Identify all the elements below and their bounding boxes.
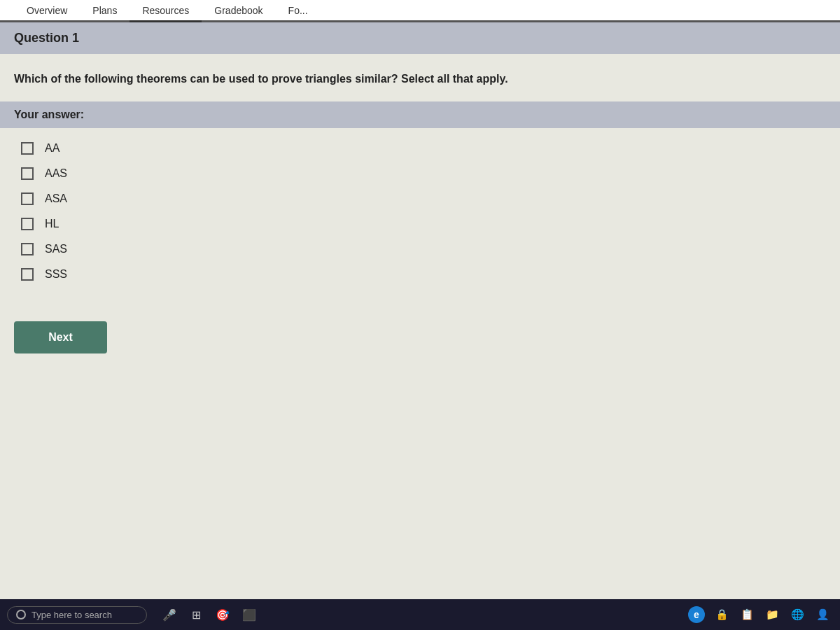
choice-sas-label: SAS [45,243,67,255]
answer-header-label: Your answer: [14,108,84,120]
taskbar-search-label[interactable]: Type here to search [31,610,112,620]
search-circle-icon [16,610,26,620]
choice-asa[interactable]: ASA [21,192,826,205]
taskbar-right-icons: e 🔒 📋 📁 🌐 👤 [686,604,833,625]
app2-icon[interactable]: 📁 [762,604,783,625]
question-title: Question 1 [14,31,79,45]
choice-hl-label: HL [45,218,59,230]
next-button[interactable]: Next [14,321,107,354]
choice-sas[interactable]: SAS [21,243,826,255]
microphone-icon[interactable]: 🎤 [160,605,179,624]
top-navigation: Overview Plans Resources Gradebook Fo... [0,0,840,22]
choice-aa[interactable]: AA [21,142,826,155]
main-content: Question 1 Which of the following theore… [0,22,840,599]
choice-aa-label: AA [45,142,59,155]
nav-gradebook[interactable]: Gradebook [202,1,275,20]
checkbox-asa[interactable] [21,192,34,205]
checkbox-sas[interactable] [21,243,34,255]
question-header: Question 1 [0,22,840,54]
nav-resources[interactable]: Resources [130,1,202,22]
taskbar-center-icons: 🎤 ⊞ 🎯 ⬛ [160,605,259,624]
question-body: Which of the following theorems can be u… [14,73,508,85]
user-icon[interactable]: 👤 [812,604,833,625]
choices-area: AA AAS ASA HL SAS SSS [0,128,840,307]
checkbox-aa[interactable] [21,142,34,155]
taskview-icon[interactable]: ⊞ [186,605,206,624]
nav-overview[interactable]: Overview [14,1,80,20]
taskbar: Type here to search 🎤 ⊞ 🎯 ⬛ e 🔒 📋 📁 🌐 👤 [0,599,840,630]
answer-section-header: Your answer: [0,102,840,128]
widget1-icon[interactable]: 🎯 [213,605,232,624]
next-button-area: Next [0,307,840,368]
question-text: Which of the following theorems can be u… [0,54,840,102]
checkbox-sss[interactable] [21,268,34,281]
taskbar-search-area[interactable]: Type here to search [7,606,147,624]
choice-asa-label: ASA [45,192,67,205]
app1-icon[interactable]: 📋 [736,604,757,625]
checkbox-aas[interactable] [21,167,34,180]
choice-aas[interactable]: AAS [21,167,826,180]
nav-extra[interactable]: Fo... [276,1,321,20]
choice-aas-label: AAS [45,167,67,180]
edge-icon[interactable]: e [686,604,707,625]
choice-sss-label: SSS [45,268,67,281]
lock-icon[interactable]: 🔒 [711,604,732,625]
nav-plans[interactable]: Plans [80,1,130,20]
checkbox-hl[interactable] [21,218,34,230]
browser-icon[interactable]: 🌐 [787,604,808,625]
widget2-icon[interactable]: ⬛ [239,605,259,624]
choice-sss[interactable]: SSS [21,268,826,281]
edge-logo: e [688,606,705,623]
choice-hl[interactable]: HL [21,218,826,230]
